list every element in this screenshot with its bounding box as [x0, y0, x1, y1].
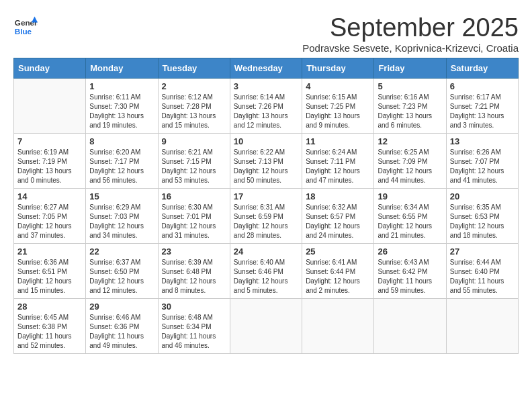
day-number: 6 [450, 81, 515, 91]
day-header-sunday: Sunday [14, 58, 86, 79]
calendar-cell: 29Sunrise: 6:46 AMSunset: 6:36 PMDayligh… [86, 299, 158, 354]
day-number: 10 [234, 136, 298, 146]
calendar-cell [230, 299, 302, 354]
day-info: Sunrise: 6:39 AMSunset: 6:48 PMDaylight:… [162, 258, 226, 295]
day-info: Sunrise: 6:24 AMSunset: 7:11 PMDaylight:… [306, 148, 370, 185]
day-info: Sunrise: 6:26 AMSunset: 7:07 PMDaylight:… [450, 148, 515, 185]
day-number: 15 [89, 191, 154, 201]
calendar-cell: 17Sunrise: 6:31 AMSunset: 6:59 PMDayligh… [230, 189, 302, 244]
calendar-cell: 3Sunrise: 6:14 AMSunset: 7:26 PMDaylight… [230, 79, 302, 134]
day-number: 26 [378, 246, 442, 257]
location-title: Podravske Sesvete, Koprivnica-Krizevci, … [302, 42, 519, 54]
day-info: Sunrise: 6:31 AMSunset: 6:59 PMDaylight:… [234, 203, 298, 240]
day-number: 29 [89, 302, 154, 312]
day-info: Sunrise: 6:27 AMSunset: 7:05 PMDaylight:… [17, 203, 82, 240]
day-info: Sunrise: 6:29 AMSunset: 7:03 PMDaylight:… [89, 203, 154, 240]
day-number: 27 [450, 246, 515, 257]
calendar-cell: 9Sunrise: 6:21 AMSunset: 7:15 PMDaylight… [158, 134, 230, 189]
day-number: 30 [162, 302, 226, 312]
calendar-cell [14, 79, 86, 134]
day-info: Sunrise: 6:11 AMSunset: 7:30 PMDaylight:… [89, 93, 154, 130]
day-info: Sunrise: 6:46 AMSunset: 6:36 PMDaylight:… [89, 313, 154, 351]
day-info: Sunrise: 6:19 AMSunset: 7:19 PMDaylight:… [17, 148, 82, 185]
calendar-cell [446, 299, 518, 354]
calendar-cell: 20Sunrise: 6:35 AMSunset: 6:53 PMDayligh… [446, 189, 518, 244]
day-number: 2 [162, 81, 226, 91]
day-info: Sunrise: 6:30 AMSunset: 7:01 PMDaylight:… [162, 203, 226, 240]
day-info: Sunrise: 6:41 AMSunset: 6:44 PMDaylight:… [306, 258, 370, 295]
calendar-cell: 6Sunrise: 6:17 AMSunset: 7:21 PMDaylight… [446, 79, 518, 134]
calendar-cell: 24Sunrise: 6:40 AMSunset: 6:46 PMDayligh… [230, 244, 302, 299]
calendar-cell: 25Sunrise: 6:41 AMSunset: 6:44 PMDayligh… [302, 244, 374, 299]
day-info: Sunrise: 6:25 AMSunset: 7:09 PMDaylight:… [378, 148, 442, 185]
day-number: 9 [162, 136, 226, 146]
day-number: 22 [89, 246, 154, 257]
page-header: General Blue September 2025 Podravske Se… [13, 13, 519, 54]
day-info: Sunrise: 6:44 AMSunset: 6:40 PMDaylight:… [450, 258, 515, 295]
day-info: Sunrise: 6:21 AMSunset: 7:15 PMDaylight:… [162, 148, 226, 185]
day-number: 7 [17, 136, 82, 146]
calendar-cell [302, 299, 374, 354]
day-info: Sunrise: 6:12 AMSunset: 7:28 PMDaylight:… [162, 93, 226, 130]
calendar-cell: 28Sunrise: 6:45 AMSunset: 6:38 PMDayligh… [14, 299, 86, 354]
day-info: Sunrise: 6:43 AMSunset: 6:42 PMDaylight:… [378, 258, 442, 295]
calendar-cell: 26Sunrise: 6:43 AMSunset: 6:42 PMDayligh… [374, 244, 446, 299]
day-number: 28 [17, 302, 82, 312]
logo: General Blue [13, 13, 38, 38]
day-info: Sunrise: 6:22 AMSunset: 7:13 PMDaylight:… [234, 148, 298, 185]
calendar-cell: 18Sunrise: 6:32 AMSunset: 6:57 PMDayligh… [302, 189, 374, 244]
calendar-cell: 16Sunrise: 6:30 AMSunset: 7:01 PMDayligh… [158, 189, 230, 244]
day-info: Sunrise: 6:15 AMSunset: 7:25 PMDaylight:… [306, 93, 370, 130]
day-info: Sunrise: 6:14 AMSunset: 7:26 PMDaylight:… [234, 93, 298, 130]
calendar-cell: 13Sunrise: 6:26 AMSunset: 7:07 PMDayligh… [446, 134, 518, 189]
day-number: 16 [162, 191, 226, 201]
day-number: 5 [378, 81, 442, 91]
day-header-saturday: Saturday [446, 58, 518, 79]
calendar-cell: 12Sunrise: 6:25 AMSunset: 7:09 PMDayligh… [374, 134, 446, 189]
day-info: Sunrise: 6:16 AMSunset: 7:23 PMDaylight:… [378, 93, 442, 130]
day-number: 24 [234, 246, 298, 257]
day-number: 17 [234, 191, 298, 201]
calendar-cell: 5Sunrise: 6:16 AMSunset: 7:23 PMDaylight… [374, 79, 446, 134]
month-title: September 2025 [302, 13, 519, 42]
calendar-cell: 23Sunrise: 6:39 AMSunset: 6:48 PMDayligh… [158, 244, 230, 299]
calendar-cell: 10Sunrise: 6:22 AMSunset: 7:13 PMDayligh… [230, 134, 302, 189]
day-info: Sunrise: 6:20 AMSunset: 7:17 PMDaylight:… [89, 148, 154, 185]
day-header-friday: Friday [374, 58, 446, 79]
day-info: Sunrise: 6:35 AMSunset: 6:53 PMDaylight:… [450, 203, 515, 240]
day-info: Sunrise: 6:34 AMSunset: 6:55 PMDaylight:… [378, 203, 442, 240]
calendar-cell: 14Sunrise: 6:27 AMSunset: 7:05 PMDayligh… [14, 189, 86, 244]
day-info: Sunrise: 6:17 AMSunset: 7:21 PMDaylight:… [450, 93, 515, 130]
calendar-cell [374, 299, 446, 354]
day-number: 1 [89, 81, 154, 91]
day-number: 21 [17, 246, 82, 257]
calendar-week-5: 28Sunrise: 6:45 AMSunset: 6:38 PMDayligh… [14, 299, 519, 354]
calendar-week-2: 7Sunrise: 6:19 AMSunset: 7:19 PMDaylight… [14, 134, 519, 189]
calendar-cell: 15Sunrise: 6:29 AMSunset: 7:03 PMDayligh… [86, 189, 158, 244]
day-info: Sunrise: 6:32 AMSunset: 6:57 PMDaylight:… [306, 203, 370, 240]
day-number: 8 [89, 136, 154, 146]
days-header-row: SundayMondayTuesdayWednesdayThursdayFrid… [14, 58, 519, 79]
day-number: 14 [17, 191, 82, 201]
day-info: Sunrise: 6:37 AMSunset: 6:50 PMDaylight:… [89, 258, 154, 295]
calendar-week-4: 21Sunrise: 6:36 AMSunset: 6:51 PMDayligh… [14, 244, 519, 299]
day-header-monday: Monday [86, 58, 158, 79]
day-info: Sunrise: 6:48 AMSunset: 6:34 PMDaylight:… [162, 313, 226, 351]
calendar-week-3: 14Sunrise: 6:27 AMSunset: 7:05 PMDayligh… [14, 189, 519, 244]
day-header-tuesday: Tuesday [158, 58, 230, 79]
calendar-cell: 30Sunrise: 6:48 AMSunset: 6:34 PMDayligh… [158, 299, 230, 354]
day-number: 3 [234, 81, 298, 91]
calendar-cell: 27Sunrise: 6:44 AMSunset: 6:40 PMDayligh… [446, 244, 518, 299]
calendar-cell: 4Sunrise: 6:15 AMSunset: 7:25 PMDaylight… [302, 79, 374, 134]
calendar-cell: 19Sunrise: 6:34 AMSunset: 6:55 PMDayligh… [374, 189, 446, 244]
calendar-week-1: 1Sunrise: 6:11 AMSunset: 7:30 PMDaylight… [14, 79, 519, 134]
day-info: Sunrise: 6:40 AMSunset: 6:46 PMDaylight:… [234, 258, 298, 295]
day-number: 12 [378, 136, 442, 146]
calendar-table: SundayMondayTuesdayWednesdayThursdayFrid… [13, 58, 519, 354]
day-number: 13 [450, 136, 515, 146]
title-section: September 2025 Podravske Sesvete, Kopriv… [302, 13, 519, 54]
day-header-wednesday: Wednesday [230, 58, 302, 79]
calendar-cell: 22Sunrise: 6:37 AMSunset: 6:50 PMDayligh… [86, 244, 158, 299]
day-number: 11 [306, 136, 370, 146]
day-number: 4 [306, 81, 370, 91]
